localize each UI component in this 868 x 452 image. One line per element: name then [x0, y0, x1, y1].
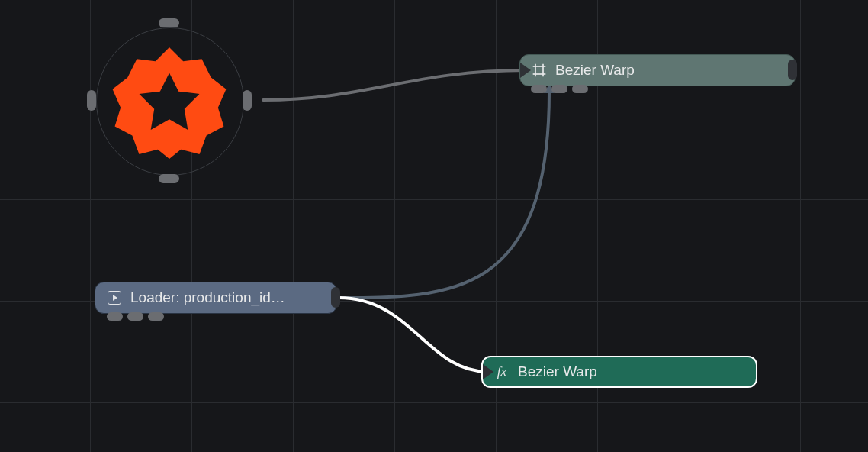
node-label: Bezier Warp [518, 363, 756, 380]
node-label: Loader: production_id… [130, 289, 336, 306]
shape-handle-right[interactable] [243, 90, 252, 111]
fx-icon: fx [492, 364, 512, 379]
bezier2-input-port[interactable] [483, 364, 493, 379]
shape-node[interactable] [111, 43, 227, 159]
shape-handle-left[interactable] [87, 90, 96, 111]
bezier1-bottom-port-3[interactable] [572, 85, 588, 93]
bezier1-output-port[interactable] [788, 60, 797, 80]
bezier1-bottom-port-1[interactable] [531, 85, 547, 93]
node-bezier-warp-1[interactable]: Bezier Warp [519, 54, 796, 86]
node-bezier-warp-2[interactable]: fx Bezier Warp [481, 356, 757, 388]
shape-handle-bottom[interactable] [159, 174, 179, 183]
star-gear-icon [111, 43, 227, 159]
loader-bottom-port-1[interactable] [107, 312, 123, 321]
shape-handle-top[interactable] [159, 18, 179, 27]
loader-bottom-port-3[interactable] [148, 312, 164, 321]
bezier1-input-port[interactable] [520, 63, 531, 78]
loader-bottom-port-2[interactable] [127, 312, 143, 321]
loader-output-port[interactable] [331, 287, 340, 308]
node-graph-canvas[interactable]: Bezier Warp Loader: production_id… fx Be… [0, 0, 868, 452]
node-loader[interactable]: Loader: production_id… [95, 282, 337, 314]
node-label: Bezier Warp [555, 62, 795, 79]
play-outline-icon [104, 291, 124, 305]
frame-icon [529, 63, 549, 78]
bezier1-bottom-port-2[interactable] [551, 85, 567, 93]
